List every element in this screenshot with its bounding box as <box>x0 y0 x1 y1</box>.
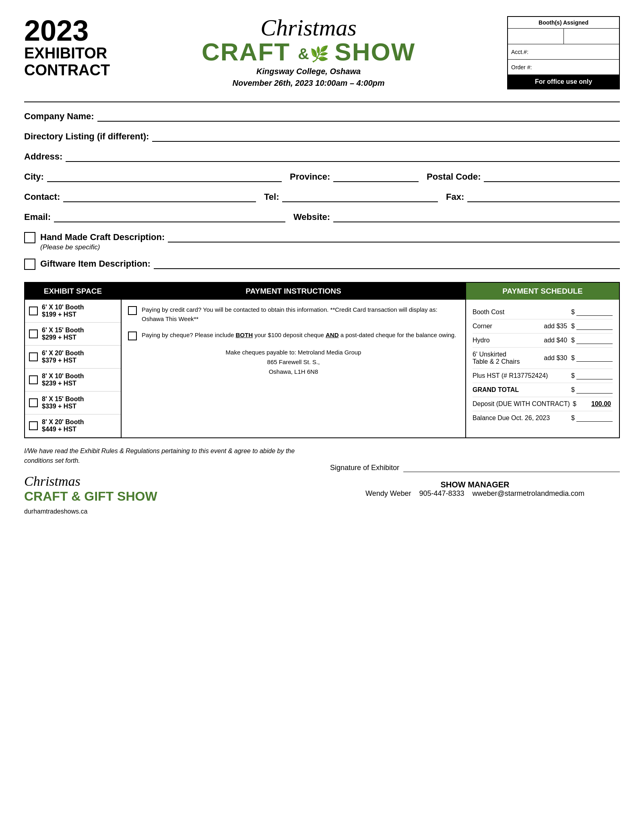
company-name-label: Company Name: <box>24 111 94 122</box>
giftware-input[interactable] <box>154 258 620 269</box>
handmade-label: Hand Made Craft Description: <box>40 232 165 242</box>
exhibitor-line2: CONTRACT <box>24 62 110 79</box>
city-label: City: <box>24 172 44 182</box>
footer-logo: Christmas CRAFT & GIFT SHOW <box>24 474 314 504</box>
hydro-line[interactable] <box>576 337 613 344</box>
city-input[interactable] <box>47 171 282 182</box>
unskirted-line[interactable] <box>576 354 613 362</box>
payment-instructions-header: PAYMENT INSTRUCTIONS <box>122 283 465 300</box>
schedule-hst: Plus HST (# R137752424) $ <box>473 369 613 383</box>
craft-text: CRAFT <box>202 38 290 66</box>
handmade-label-line: Hand Made Craft Description: <box>40 231 620 242</box>
signature-label: Signature of Exhibitor <box>330 464 399 472</box>
giftware-label: Giftware Item Description: <box>40 259 151 269</box>
credit-card-text: Paying by credit card? You will be conta… <box>142 305 459 323</box>
city-province-postal-row: City: Province: Postal Code: <box>24 171 620 182</box>
footer-craft-show: CRAFT & GIFT SHOW <box>24 489 314 504</box>
company-name-input[interactable] <box>97 110 620 122</box>
exhibit-checkbox-4[interactable] <box>29 398 38 407</box>
directory-field: Directory Listing (if different): <box>24 131 620 142</box>
show-text: SHOW <box>334 38 415 66</box>
address-label: Address: <box>24 151 62 162</box>
payment-inst-body: Paying by credit card? You will be conta… <box>122 300 465 382</box>
province-label: Province: <box>290 172 330 182</box>
exhibit-text-1: 6' X 15' Booth $299 + HST <box>42 327 84 341</box>
schedule-balance: Balance Due Oct. 26, 2023 $ <box>473 411 613 425</box>
exhibit-item-5: 8' X 20' Booth $449 + HST <box>25 414 121 437</box>
tel-label: Tel: <box>264 192 279 202</box>
payment-schedule-body: Booth Cost $ Corner add $35 $ Hydro add … <box>466 300 619 431</box>
contact-input[interactable] <box>63 191 256 202</box>
signature-input[interactable] <box>403 462 620 472</box>
show-manager-title: SHOW MANAGER <box>330 480 620 489</box>
payment-schedule-panel: Payment Schedule Booth Cost $ Corner add… <box>466 283 619 437</box>
cheque-address: Make cheques payable to: Metroland Media… <box>128 348 459 377</box>
postal-input[interactable] <box>484 171 620 182</box>
address-field: Address: <box>24 151 620 162</box>
schedule-corner: Corner add $35 $ <box>473 319 613 334</box>
exhibit-checkbox-2[interactable] <box>29 352 38 361</box>
booth-assigned-header: Booth(s) Assigned <box>508 17 619 29</box>
exhibit-checkbox-0[interactable] <box>29 307 38 315</box>
handmade-sublabel: (Please be specific) <box>40 243 620 251</box>
signature-row: Signature of Exhibitor <box>330 462 620 472</box>
handmade-checkbox[interactable] <box>24 232 35 243</box>
booth-cell-2[interactable] <box>564 29 619 44</box>
header-left: 2023 EXHIBITOR CONTRACT <box>24 16 110 79</box>
booth-cell-1[interactable] <box>508 29 564 44</box>
order-row: Order #: <box>508 60 619 75</box>
email-field: Email: <box>24 211 285 222</box>
website-input[interactable] <box>333 211 620 222</box>
schedule-hydro: Hydro add $40 $ <box>473 334 613 348</box>
year-title: 2023 <box>24 16 110 45</box>
tel-input[interactable] <box>282 191 438 202</box>
show-manager-section: SHOW MANAGER Wendy Weber 905-447-8333 ww… <box>330 480 620 498</box>
deposit-value: 100.00 <box>576 400 613 408</box>
exhibit-checkbox-3[interactable] <box>29 375 38 384</box>
fax-field: Fax: <box>446 191 620 202</box>
craft-gift-show-logo: CRAFT &🌿 SHOW <box>122 39 495 64</box>
giftware-field: Giftware Item Description: <box>24 258 620 270</box>
address-input[interactable] <box>66 151 620 162</box>
event-date: November 26th, 2023 10:00am – 4:00pm <box>122 79 495 88</box>
exhibit-text-2: 6' X 20' Booth $379 + HST <box>42 350 84 364</box>
booth-cost-line[interactable] <box>576 309 613 316</box>
acct-label: Acct.#: <box>511 49 528 55</box>
corner-line[interactable] <box>576 323 613 330</box>
schedule-deposit: Deposit (DUE WITH CONTRACT) $ 100.00 <box>473 397 613 411</box>
exhibit-checkbox-1[interactable] <box>29 329 38 338</box>
form-section: Company Name: Directory Listing (if diff… <box>24 110 620 270</box>
page-header: 2023 EXHIBITOR CONTRACT Christmas CRAFT … <box>24 16 620 89</box>
postal-label: Postal Code: <box>427 172 481 182</box>
contact-label: Contact: <box>24 192 60 202</box>
footer-left: I/We have read the Exhibit Rules & Regul… <box>24 438 314 515</box>
exhibit-text-0: 6' X 10' Booth $199 + HST <box>42 304 84 318</box>
acct-row: Acct.#: <box>508 44 619 60</box>
cheque-checkbox[interactable] <box>128 331 137 340</box>
fax-input[interactable] <box>467 191 620 202</box>
payment-instructions-panel: PAYMENT INSTRUCTIONS Paying by credit ca… <box>122 283 466 437</box>
email-website-row: Email: Website: <box>24 211 620 222</box>
bottom-section: Exhibit Space 6' X 10' Booth $199 + HST … <box>24 282 620 438</box>
handmade-input[interactable] <box>168 231 620 242</box>
email-input[interactable] <box>54 211 285 222</box>
directory-input[interactable] <box>152 131 620 142</box>
exhibit-checkbox-5[interactable] <box>29 421 38 430</box>
payment-schedule-header: Payment Schedule <box>466 283 619 300</box>
credit-card-checkbox[interactable] <box>128 306 137 315</box>
giftware-checkbox[interactable] <box>24 259 35 270</box>
show-email: wweber@starmetrolandmedia.com <box>473 489 584 497</box>
balance-line[interactable] <box>576 414 613 422</box>
province-field: Province: <box>290 171 419 182</box>
exhibit-item-1: 6' X 15' Booth $299 + HST <box>25 323 121 346</box>
city-field: City: <box>24 171 282 182</box>
handmade-field: Hand Made Craft Description: (Please be … <box>24 231 620 251</box>
footer-right: Signature of Exhibitor SHOW MANAGER Wend… <box>314 438 620 498</box>
grand-total-line[interactable] <box>576 386 613 394</box>
exhibitor-line1: EXHIBITOR <box>24 45 110 62</box>
hst-line[interactable] <box>576 372 613 379</box>
exhibit-items-list: 6' X 10' Booth $199 + HST 6' X 15' Booth… <box>25 300 121 437</box>
fax-label: Fax: <box>446 192 464 202</box>
tel-field: Tel: <box>264 191 438 202</box>
province-input[interactable] <box>333 171 419 182</box>
